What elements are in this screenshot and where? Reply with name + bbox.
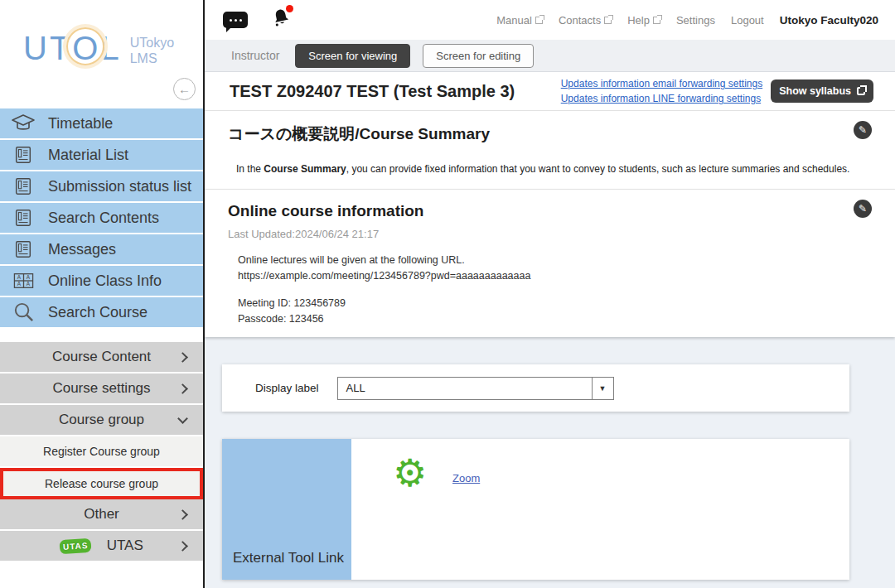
help-link[interactable]: Help bbox=[627, 14, 660, 27]
utol-logo-subtext: UTokyo LMS bbox=[130, 31, 174, 66]
online-info-line1: Online lectures will be given at the fol… bbox=[238, 253, 872, 268]
sidebar-collapse-button[interactable]: ← bbox=[173, 78, 196, 100]
menu-label: Course Content bbox=[52, 349, 151, 365]
summary-text-prefix: In the bbox=[236, 163, 264, 175]
logout-link[interactable]: Logout bbox=[731, 14, 764, 27]
sidebar-item-search-contents[interactable]: Search Contents bbox=[0, 203, 203, 234]
menu-course-settings[interactable]: Course settings bbox=[0, 374, 203, 405]
logout-link-label: Logout bbox=[731, 14, 764, 27]
sidebar-item-label: Search Course bbox=[48, 304, 148, 321]
menu-course-group[interactable]: Course group bbox=[0, 405, 203, 436]
document-list-icon bbox=[11, 239, 36, 259]
sidebar-item-online-class-info[interactable]: AAAA Online Class Info bbox=[0, 266, 203, 297]
sidebar-item-label: Material List bbox=[48, 147, 128, 164]
svg-text:A: A bbox=[26, 274, 30, 280]
sidebar-item-submission-status[interactable]: Submission status list bbox=[0, 171, 203, 203]
course-summary-section: コースの概要説明/Course Summary ✎ In the Course … bbox=[205, 110, 895, 189]
sidebar-item-label: Submission status list bbox=[48, 178, 191, 195]
chevron-down-icon bbox=[177, 413, 188, 424]
logo-block: UTOL UTokyo LMS ← bbox=[0, 0, 203, 108]
contacts-link[interactable]: Contacts bbox=[559, 14, 612, 27]
menu-label: UTAS bbox=[107, 537, 143, 554]
top-links: Manual Contacts Help Settings Logout Uto… bbox=[496, 14, 878, 27]
menu-other[interactable]: Other bbox=[0, 499, 203, 531]
online-info-heading: Online course information bbox=[228, 202, 872, 220]
edit-summary-button[interactable]: ✎ bbox=[854, 121, 872, 139]
external-link-icon bbox=[653, 17, 660, 24]
sidebar-item-messages[interactable]: Messages bbox=[0, 234, 203, 266]
utas-logo-icon: UTAS bbox=[60, 537, 93, 554]
chevron-right-icon bbox=[177, 383, 188, 394]
meeting-details: Meeting ID: 123456789 Passcode: 123456 bbox=[238, 296, 872, 328]
menu-course-content[interactable]: Course Content bbox=[0, 342, 203, 374]
show-syllabus-label: Show syllabus bbox=[779, 85, 851, 97]
logo-sub-top: UTokyo bbox=[130, 35, 174, 51]
show-syllabus-button[interactable]: Show syllabus bbox=[771, 80, 873, 103]
meeting-id: Meeting ID: 123456789 bbox=[238, 296, 872, 311]
manual-link[interactable]: Manual bbox=[496, 14, 543, 27]
external-link-icon bbox=[604, 17, 612, 24]
edit-online-info-button[interactable]: ✎ bbox=[854, 200, 872, 218]
dropdown-arrow-icon[interactable]: ▼ bbox=[592, 378, 613, 399]
page-title: TEST Z092407 TEST (Test Sample 3) bbox=[230, 82, 515, 101]
submenu-label: Register Course group bbox=[43, 445, 160, 458]
menu-label: Course group bbox=[59, 412, 144, 428]
utol-logo: UTOL UTokyo LMS bbox=[23, 31, 174, 66]
screen-for-viewing-button[interactable]: Screen for viewing bbox=[295, 44, 410, 68]
display-label-select[interactable]: ALL ▼ bbox=[337, 377, 614, 400]
document-list-icon bbox=[11, 208, 36, 228]
chevron-right-icon bbox=[177, 509, 188, 520]
email-forwarding-settings-link[interactable]: Updates information email forwarding set… bbox=[561, 78, 762, 89]
line-forwarding-settings-link[interactable]: Updates information LINE forwarding sett… bbox=[561, 93, 761, 104]
sidebar-item-label: Messages bbox=[48, 241, 116, 258]
document-list-icon bbox=[11, 145, 36, 165]
view-mode-bar: Instructor Screen for viewing Screen for… bbox=[205, 40, 895, 72]
settings-link[interactable]: Settings bbox=[676, 14, 715, 27]
sidebar-item-label: Online Class Info bbox=[48, 272, 162, 290]
pencil-icon: ✎ bbox=[859, 203, 867, 214]
external-tool-panel-label: External Tool Link bbox=[233, 550, 344, 566]
notifications-bell[interactable] bbox=[271, 7, 292, 32]
meeting-passcode: Passcode: 123456 bbox=[238, 311, 872, 327]
sidebar-item-label: Timetable bbox=[48, 115, 113, 133]
display-label-text: Display label bbox=[255, 382, 319, 394]
gear-icon: ⚙ bbox=[393, 454, 427, 492]
help-link-label: Help bbox=[627, 14, 650, 27]
contacts-link-label: Contacts bbox=[559, 14, 601, 27]
sidebar-spacer bbox=[0, 329, 203, 342]
messages-bubble-icon[interactable] bbox=[223, 12, 248, 28]
top-bar: Manual Contacts Help Settings Logout Uto… bbox=[205, 0, 895, 40]
course-title-bar: TEST Z092407 TEST (Test Sample 3) Update… bbox=[205, 72, 895, 110]
role-label: Instructor bbox=[231, 49, 279, 62]
online-info-body: Online lectures will be given at the fol… bbox=[228, 253, 872, 328]
summary-text-suffix: , you can provide fixed information that… bbox=[346, 163, 850, 175]
course-summary-text: In the Course Summary, you can provide f… bbox=[228, 163, 872, 175]
submenu-register-course-group[interactable]: Register Course group bbox=[0, 436, 203, 468]
sidebar-item-material-list[interactable]: Material List bbox=[0, 140, 203, 171]
sidebar-item-search-course[interactable]: Search Course bbox=[0, 297, 203, 329]
display-label-card: Display label ALL ▼ bbox=[222, 364, 849, 412]
summary-text-bold: Course Summary bbox=[264, 163, 346, 175]
online-course-info-section: Online course information ✎ Last Updated… bbox=[205, 189, 895, 337]
svg-text:A: A bbox=[26, 281, 30, 287]
zoom-tool-link[interactable]: Zoom bbox=[452, 472, 480, 484]
search-icon bbox=[11, 301, 36, 325]
menu-utas[interactable]: UTAS UTAS bbox=[0, 531, 203, 562]
svg-text:A: A bbox=[17, 281, 21, 287]
chevron-right-icon bbox=[177, 541, 188, 552]
last-updated-text: Last Updated:2024/06/24 21:17 bbox=[228, 228, 872, 240]
sidebar-item-timetable[interactable]: Timetable bbox=[0, 108, 203, 140]
sidebar: UTOL UTokyo LMS ← Timetable Material Lis… bbox=[0, 0, 203, 588]
utol-logo-text: UTOL bbox=[23, 31, 122, 65]
people-grid-icon: AAAA bbox=[11, 271, 36, 291]
forwarding-links: Updates information email forwarding set… bbox=[561, 78, 762, 104]
menu-label: Other bbox=[84, 506, 119, 523]
user-name: Utokyo Faculty020 bbox=[780, 14, 878, 27]
external-link-icon bbox=[857, 87, 865, 95]
external-link-icon bbox=[535, 17, 543, 24]
notification-dot bbox=[286, 5, 293, 12]
submenu-release-course-group[interactable]: Release course group bbox=[0, 468, 203, 499]
sidebar-item-label: Search Contents bbox=[48, 210, 159, 227]
screen-for-editing-button[interactable]: Screen for editing bbox=[423, 44, 534, 68]
svg-text:A: A bbox=[17, 274, 21, 280]
